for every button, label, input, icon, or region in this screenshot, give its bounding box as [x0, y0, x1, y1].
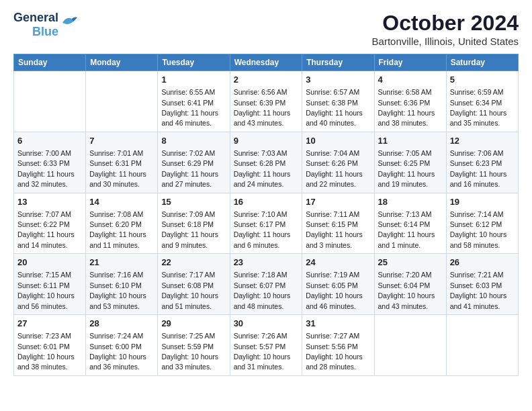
day-info: Sunrise: 7:14 AM Sunset: 6:12 PM Dayligh…	[450, 210, 507, 249]
day-number: 8	[161, 135, 226, 147]
day-number: 28	[89, 318, 154, 330]
day-info: Sunrise: 6:55 AM Sunset: 6:41 PM Dayligh…	[161, 88, 218, 127]
day-info: Sunrise: 7:24 AM Sunset: 6:00 PM Dayligh…	[89, 332, 146, 371]
day-cell: 11Sunrise: 7:05 AM Sunset: 6:25 PM Dayli…	[374, 132, 446, 193]
day-info: Sunrise: 7:00 AM Sunset: 6:33 PM Dayligh…	[17, 149, 75, 188]
day-cell: 7Sunrise: 7:01 AM Sunset: 6:31 PM Daylig…	[86, 132, 158, 193]
day-cell: 4Sunrise: 6:58 AM Sunset: 6:36 PM Daylig…	[374, 71, 446, 132]
title-block: October 2024 Bartonville, Illinois, Unit…	[372, 11, 519, 47]
day-info: Sunrise: 7:18 AM Sunset: 6:07 PM Dayligh…	[234, 271, 291, 310]
day-cell: 10Sunrise: 7:04 AM Sunset: 6:26 PM Dayli…	[302, 132, 374, 193]
header-cell-monday: Monday	[86, 54, 158, 71]
day-number: 5	[450, 74, 515, 86]
logo-blue: Blue	[32, 25, 58, 39]
day-number: 30	[234, 318, 299, 330]
day-info: Sunrise: 7:05 AM Sunset: 6:25 PM Dayligh…	[378, 149, 435, 188]
day-cell: 21Sunrise: 7:16 AM Sunset: 6:10 PM Dayli…	[86, 254, 158, 315]
day-number: 16	[234, 196, 299, 208]
day-cell: 3Sunrise: 6:57 AM Sunset: 6:38 PM Daylig…	[302, 71, 374, 132]
day-info: Sunrise: 7:20 AM Sunset: 6:04 PM Dayligh…	[378, 271, 435, 310]
day-cell: 14Sunrise: 7:08 AM Sunset: 6:20 PM Dayli…	[86, 193, 158, 254]
week-row-5: 27Sunrise: 7:23 AM Sunset: 6:01 PM Dayli…	[14, 315, 519, 376]
page: General Blue October 2024 Bartonville, I…	[0, 0, 532, 411]
page-subtitle: Bartonville, Illinois, United States	[372, 36, 519, 47]
day-cell: 30Sunrise: 7:26 AM Sunset: 5:57 PM Dayli…	[230, 315, 302, 376]
day-cell: 19Sunrise: 7:14 AM Sunset: 6:12 PM Dayli…	[446, 193, 518, 254]
day-number: 31	[306, 318, 370, 330]
day-info: Sunrise: 7:25 AM Sunset: 5:59 PM Dayligh…	[161, 332, 218, 371]
week-row-2: 6Sunrise: 7:00 AM Sunset: 6:33 PM Daylig…	[14, 132, 519, 193]
day-info: Sunrise: 7:09 AM Sunset: 6:18 PM Dayligh…	[161, 210, 218, 249]
calendar-table: SundayMondayTuesdayWednesdayThursdayFrid…	[13, 54, 519, 376]
day-info: Sunrise: 7:10 AM Sunset: 6:17 PM Dayligh…	[234, 210, 291, 249]
day-number: 25	[378, 257, 443, 269]
day-number: 10	[306, 135, 370, 147]
day-cell	[446, 315, 518, 376]
header-cell-wednesday: Wednesday	[230, 54, 302, 71]
header: General Blue October 2024 Bartonville, I…	[13, 11, 519, 47]
day-number: 19	[450, 196, 515, 208]
calendar-header: SundayMondayTuesdayWednesdayThursdayFrid…	[14, 54, 519, 71]
day-cell: 17Sunrise: 7:11 AM Sunset: 6:15 PM Dayli…	[302, 193, 374, 254]
day-info: Sunrise: 7:01 AM Sunset: 6:31 PM Dayligh…	[89, 149, 146, 188]
day-cell: 12Sunrise: 7:06 AM Sunset: 6:23 PM Dayli…	[446, 132, 518, 193]
day-info: Sunrise: 6:59 AM Sunset: 6:34 PM Dayligh…	[450, 88, 507, 127]
day-info: Sunrise: 6:57 AM Sunset: 6:38 PM Dayligh…	[306, 88, 363, 127]
header-cell-sunday: Sunday	[14, 54, 86, 71]
day-number: 1	[161, 74, 226, 86]
day-info: Sunrise: 7:13 AM Sunset: 6:14 PM Dayligh…	[378, 210, 435, 249]
day-info: Sunrise: 6:58 AM Sunset: 6:36 PM Dayligh…	[378, 88, 435, 127]
day-info: Sunrise: 7:23 AM Sunset: 6:01 PM Dayligh…	[17, 332, 75, 371]
day-cell: 9Sunrise: 7:03 AM Sunset: 6:28 PM Daylig…	[230, 132, 302, 193]
day-cell: 16Sunrise: 7:10 AM Sunset: 6:17 PM Dayli…	[230, 193, 302, 254]
day-info: Sunrise: 7:08 AM Sunset: 6:20 PM Dayligh…	[89, 210, 146, 249]
day-number: 12	[450, 135, 515, 147]
day-info: Sunrise: 7:07 AM Sunset: 6:22 PM Dayligh…	[17, 210, 75, 249]
day-number: 22	[161, 257, 226, 269]
day-info: Sunrise: 7:16 AM Sunset: 6:10 PM Dayligh…	[89, 271, 146, 310]
day-info: Sunrise: 7:03 AM Sunset: 6:28 PM Dayligh…	[234, 149, 291, 188]
day-info: Sunrise: 7:11 AM Sunset: 6:15 PM Dayligh…	[306, 210, 363, 249]
day-number: 15	[161, 196, 226, 208]
day-number: 29	[161, 318, 226, 330]
day-number: 20	[17, 257, 82, 269]
day-info: Sunrise: 7:15 AM Sunset: 6:11 PM Dayligh…	[17, 271, 75, 310]
day-cell: 20Sunrise: 7:15 AM Sunset: 6:11 PM Dayli…	[14, 254, 86, 315]
day-cell: 26Sunrise: 7:21 AM Sunset: 6:03 PM Dayli…	[446, 254, 518, 315]
day-info: Sunrise: 6:56 AM Sunset: 6:39 PM Dayligh…	[234, 88, 291, 127]
day-cell: 31Sunrise: 7:27 AM Sunset: 5:56 PM Dayli…	[302, 315, 374, 376]
header-cell-saturday: Saturday	[446, 54, 518, 71]
day-cell	[14, 71, 86, 132]
week-row-3: 13Sunrise: 7:07 AM Sunset: 6:22 PM Dayli…	[14, 193, 519, 254]
day-number: 9	[234, 135, 299, 147]
calendar-body: 1Sunrise: 6:55 AM Sunset: 6:41 PM Daylig…	[14, 71, 519, 376]
day-cell: 15Sunrise: 7:09 AM Sunset: 6:18 PM Dayli…	[158, 193, 230, 254]
day-cell: 18Sunrise: 7:13 AM Sunset: 6:14 PM Dayli…	[374, 193, 446, 254]
header-cell-tuesday: Tuesday	[158, 54, 230, 71]
day-number: 6	[17, 135, 82, 147]
header-cell-thursday: Thursday	[302, 54, 374, 71]
week-row-1: 1Sunrise: 6:55 AM Sunset: 6:41 PM Daylig…	[14, 71, 519, 132]
day-cell: 22Sunrise: 7:17 AM Sunset: 6:08 PM Dayli…	[158, 254, 230, 315]
day-info: Sunrise: 7:04 AM Sunset: 6:26 PM Dayligh…	[306, 149, 363, 188]
day-number: 14	[89, 196, 154, 208]
day-cell: 28Sunrise: 7:24 AM Sunset: 6:00 PM Dayli…	[86, 315, 158, 376]
day-number: 11	[378, 135, 443, 147]
day-cell: 13Sunrise: 7:07 AM Sunset: 6:22 PM Dayli…	[14, 193, 86, 254]
day-cell: 25Sunrise: 7:20 AM Sunset: 6:04 PM Dayli…	[374, 254, 446, 315]
day-number: 13	[17, 196, 82, 208]
day-number: 21	[89, 257, 154, 269]
page-title: October 2024	[372, 11, 519, 36]
day-number: 27	[17, 318, 82, 330]
day-number: 2	[234, 74, 299, 86]
day-number: 3	[306, 74, 370, 86]
day-number: 23	[234, 257, 299, 269]
day-info: Sunrise: 7:02 AM Sunset: 6:29 PM Dayligh…	[161, 149, 218, 188]
header-row: SundayMondayTuesdayWednesdayThursdayFrid…	[14, 54, 519, 71]
day-info: Sunrise: 7:27 AM Sunset: 5:56 PM Dayligh…	[306, 332, 363, 371]
day-cell	[374, 315, 446, 376]
day-cell: 2Sunrise: 6:56 AM Sunset: 6:39 PM Daylig…	[230, 71, 302, 132]
day-info: Sunrise: 7:06 AM Sunset: 6:23 PM Dayligh…	[450, 149, 507, 188]
day-cell: 6Sunrise: 7:00 AM Sunset: 6:33 PM Daylig…	[14, 132, 86, 193]
day-info: Sunrise: 7:26 AM Sunset: 5:57 PM Dayligh…	[234, 332, 291, 371]
